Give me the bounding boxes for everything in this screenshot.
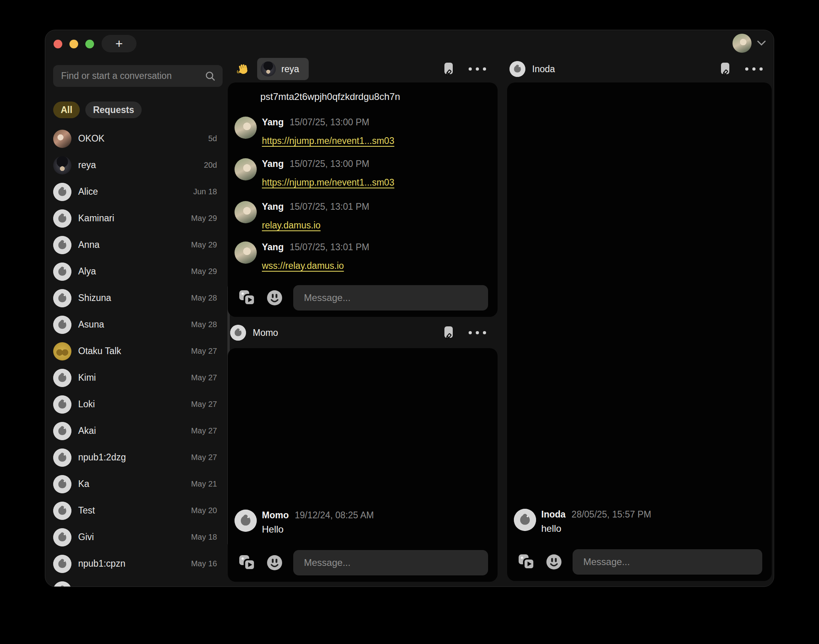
author-name: Yang: [262, 117, 284, 128]
avatar: [514, 509, 536, 531]
conversation-row[interactable]: npub1:cpzn May 16: [53, 550, 223, 577]
composer: [238, 550, 488, 575]
conversation-row[interactable]: Kimi May 27: [53, 364, 223, 391]
conversation-name: Shizuna: [78, 293, 184, 303]
message-input[interactable]: [303, 557, 478, 569]
conversation-row[interactable]: Test May 20: [53, 497, 223, 524]
media-button[interactable]: [238, 554, 256, 571]
emoji-button[interactable]: [267, 290, 283, 306]
message-input-box: [573, 549, 762, 575]
message-time: 28/05/25, 15:57 PM: [571, 509, 651, 520]
message-row: Yang 15/07/25, 13:01 PM wss://relay.damu…: [235, 241, 369, 272]
conversation-time: May 28: [191, 293, 223, 303]
media-icon: [238, 554, 256, 571]
scrollback-text: ket6qy4tmpag2lygh1mf66ykzknwnj7y pst7mta…: [260, 82, 418, 107]
filter-tabs: All Requests: [53, 102, 142, 118]
new-chat-button[interactable]: +: [102, 35, 136, 52]
notes-button[interactable]: [443, 326, 455, 340]
message-row: Yang 15/07/25, 13:00 PM https://njump.me…: [235, 157, 394, 189]
message-row: Yang 15/07/25, 13:01 PM relay.damus.io: [235, 200, 369, 232]
more-button[interactable]: [745, 67, 763, 71]
composer: [518, 549, 762, 575]
message-link[interactable]: wss://relay.damus.io: [262, 259, 369, 272]
conversation-name: npub1:2dzg: [78, 452, 184, 463]
search-icon: [205, 71, 215, 81]
media-icon: [518, 554, 535, 570]
right-column: Inoda: [507, 30, 772, 587]
message-time: 15/07/25, 13:00 PM: [290, 159, 369, 169]
avatar: [53, 236, 71, 254]
wave-icon[interactable]: [236, 63, 249, 75]
conversation-row[interactable]: Shizuna May 28: [53, 285, 223, 311]
message-row: Inoda 28/05/25, 15:57 PM hello: [514, 508, 651, 537]
reya-chat-area: ket6qy4tmpag2lygh1mf66ykzknwnj7y pst7mta…: [228, 82, 498, 317]
conversation-name: Test: [78, 505, 184, 516]
conversation-row[interactable]: Otaku Talk May 27: [53, 338, 223, 364]
conversation-row[interactable]: npub1:2dzg May 27: [53, 444, 223, 471]
conversation-row[interactable]: Givi May 18: [53, 524, 223, 550]
peer-name: Inoda: [532, 64, 555, 75]
avatar: [53, 183, 71, 201]
zoom-button[interactable]: [85, 40, 94, 48]
conversation-row[interactable]: Alice Jun 18: [53, 178, 223, 205]
peer-avatar: [261, 61, 276, 77]
avatar: [53, 342, 71, 360]
conversation-time: May 16: [191, 559, 223, 568]
message-input[interactable]: [303, 292, 478, 304]
conversation-row[interactable]: Akai May 27: [53, 418, 223, 444]
avatar: [235, 117, 257, 139]
conversation-name: Anna: [78, 240, 184, 250]
conversation-row[interactable]: Loki May 27: [53, 391, 223, 418]
emoji-button[interactable]: [546, 554, 562, 570]
avatar: [235, 510, 257, 532]
conversation-row[interactable]: Ka May 21: [53, 471, 223, 497]
conversation-name: npub1:cpzn: [78, 558, 184, 569]
media-button[interactable]: [238, 289, 256, 306]
conversation-time: 5d: [208, 134, 223, 143]
peer-chip-reya[interactable]: reya: [257, 58, 309, 80]
conversation-row[interactable]: Alya May 29: [53, 258, 223, 285]
conversation-time: May 29: [191, 267, 223, 276]
conversation-time: May 28: [191, 320, 223, 329]
message-time: 15/07/25, 13:01 PM: [290, 242, 369, 253]
more-button[interactable]: [468, 331, 486, 335]
conversation-row[interactable]: Asuna May 28: [53, 311, 223, 338]
search-input[interactable]: [60, 70, 201, 82]
media-button[interactable]: [518, 554, 535, 570]
conversation-row[interactable]: Kaminari May 29: [53, 205, 223, 232]
conversation-row[interactable]: OKOK 5d: [53, 125, 223, 152]
conversation-name: OKOK: [78, 133, 202, 144]
emoji-icon: [546, 554, 562, 570]
emoji-icon: [267, 290, 283, 306]
avatar: [53, 316, 71, 334]
conversation-name: Givi: [78, 532, 184, 542]
composer: [238, 285, 488, 310]
conversation-time: May 29: [191, 214, 223, 223]
message-input[interactable]: [583, 556, 752, 568]
author-name: Inoda: [541, 509, 565, 520]
conversation-name: Kaminari: [78, 213, 184, 224]
message-link[interactable]: https://njump.me/nevent1...sm03: [262, 176, 394, 189]
message-link[interactable]: relay.damus.io: [262, 218, 369, 232]
avatar: [53, 528, 71, 546]
message-time: 15/07/25, 13:01 PM: [290, 201, 369, 212]
conversation-row[interactable]: Anna May 29: [53, 232, 223, 258]
avatar: [53, 289, 71, 307]
middle-column: reya ket6qy4tmpag2lygh1mf66ykzknwnj7y: [228, 30, 498, 587]
more-button[interactable]: [468, 67, 486, 71]
filter-all[interactable]: All: [53, 102, 80, 118]
conversation-time: May 20: [191, 506, 223, 515]
author-name: Yang: [262, 242, 284, 253]
minimize-button[interactable]: [69, 40, 78, 48]
message-link[interactable]: https://njump.me/nevent1...sm03: [262, 134, 394, 148]
notes-button[interactable]: [443, 62, 455, 76]
emoji-button[interactable]: [267, 555, 283, 571]
avatar: [53, 555, 71, 573]
author-name: Momo: [262, 510, 289, 521]
notes-button[interactable]: [719, 62, 731, 76]
close-button[interactable]: [54, 40, 62, 48]
filter-requests[interactable]: Requests: [85, 102, 142, 118]
avatar: [53, 581, 71, 587]
conversation-row[interactable]: [53, 577, 223, 587]
conversation-row[interactable]: reya 20d: [53, 152, 223, 178]
